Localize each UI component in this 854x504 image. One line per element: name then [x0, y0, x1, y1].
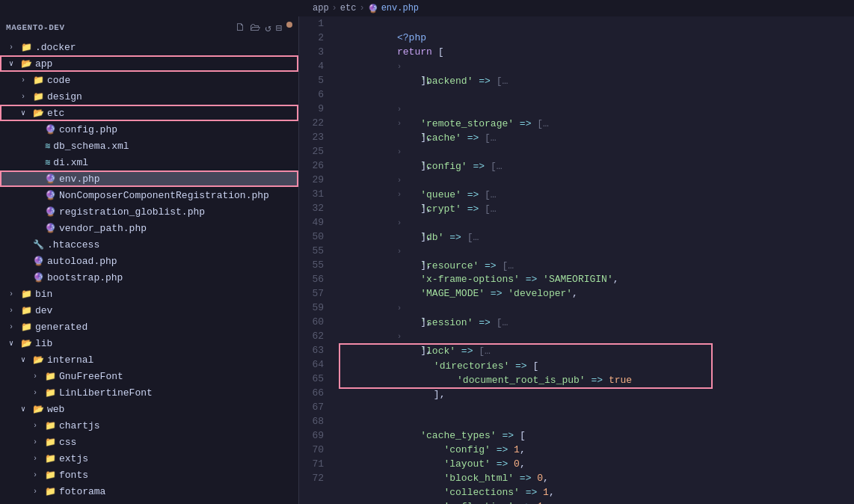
new-folder-icon[interactable]: 🗁 [250, 22, 260, 34]
tree-item-vendor-path[interactable]: 🔮 vendor_path.php [0, 220, 298, 236]
folder-icon-generated: 📁 [21, 322, 32, 333]
sidebar: MAGENTO-DEV 🗋 🗁 ↺ ⊟ › 📁 .docker ∨ 📂 [0, 16, 299, 504]
chevron-generated: › [9, 323, 21, 331]
tree-item-app[interactable]: ∨ 📂 app [0, 55, 298, 72]
label-vendor-path: vendor_path.php [59, 223, 147, 234]
code-line-72: 'db_ddl' => 1, [339, 500, 848, 504]
chevron-docker: › [9, 43, 21, 52]
tree-item-reg-glob[interactable]: 🔮 registration_globlist.php [0, 203, 298, 220]
new-file-icon[interactable]: 🗋 [235, 22, 245, 34]
label-fotorama: fotorama [59, 486, 105, 497]
label-web: web [47, 404, 64, 415]
label-di-xml: di.xml [53, 157, 88, 168]
tree-item-fonts[interactable]: › 📁 fonts [0, 467, 298, 483]
tree-item-i18n[interactable]: › 📁 i18n [0, 500, 298, 504]
chevron-design: › [21, 93, 33, 101]
label-dev: dev [35, 305, 52, 316]
tree-item-code[interactable]: › 📁 code [0, 72, 298, 88]
tree-item-docker[interactable]: › 📁 .docker [0, 39, 298, 55]
code-line-32: › 'db' => [… [339, 201, 848, 215]
label-internal: internal [47, 354, 93, 366]
sidebar-title: MAGENTO-DEV [6, 23, 65, 32]
tree-item-fotorama[interactable]: › 📁 fotorama [0, 483, 298, 500]
folder-icon-fonts: 📁 [45, 470, 56, 481]
folder-icon-chartjs: 📁 [45, 420, 56, 431]
label-bootstrap: bootstrap.php [47, 272, 123, 283]
folder-icon-fotorama: 📁 [45, 486, 56, 497]
breadcrumb-filename: env.php [381, 3, 419, 13]
tree-item-internal[interactable]: ∨ 📂 internal [0, 351, 298, 368]
tree-item-bootstrap[interactable]: 🔮 bootstrap.php [0, 269, 298, 286]
chevron-web: ∨ [21, 405, 33, 414]
php-icon-config: 🔮 [45, 124, 56, 135]
code-line-63: 'directories' => [ [340, 345, 711, 359]
tree-item-generated[interactable]: › 📁 generated [0, 319, 298, 335]
code-line-57: › 'session' => [… [339, 286, 848, 301]
tree-item-web[interactable]: ∨ 📂 web [0, 401, 298, 417]
chevron-fonts: › [33, 471, 45, 479]
tree-item-linlib[interactable]: › 📁 LinLibertineFont [0, 384, 298, 401]
sidebar-header: MAGENTO-DEV 🗋 🗁 ↺ ⊟ [0, 16, 298, 39]
tree-item-chartjs[interactable]: › 📁 chartjs [0, 417, 298, 434]
code-line-70: 'collections' => 1, [339, 471, 848, 485]
htaccess-icon: 🔧 [33, 239, 44, 251]
label-generated: generated [35, 322, 87, 333]
code-line-31: ], [339, 187, 848, 201]
label-etc: etc [47, 108, 64, 119]
code-line-9: › 'cache' => [… [339, 102, 848, 116]
breadcrumb: app › etc › 🔮 env.php [313, 3, 419, 13]
refresh-icon[interactable]: ↺ [265, 22, 271, 34]
file-tree: › 📁 .docker ∨ 📂 app › 📁 code › [0, 39, 298, 504]
tree-item-gnufree[interactable]: › 📁 GnuFreeFont [0, 368, 298, 384]
unsaved-dot [286, 22, 292, 28]
php-icon-reg-glob: 🔮 [45, 206, 56, 218]
tree-item-css[interactable]: › 📁 css [0, 434, 298, 450]
tree-item-etc[interactable]: ∨ 📂 etc [0, 105, 298, 121]
tree-item-htaccess[interactable]: 🔧 .htaccess [0, 236, 298, 253]
chevron-fotorama: › [33, 488, 45, 496]
collapse-icon[interactable]: ⊟ [276, 22, 282, 34]
chevron-extjs: › [33, 455, 45, 463]
tree-item-extjs[interactable]: › 📁 extjs [0, 450, 298, 467]
highlight-box-directories: 'directories' => [ 'document_root_is_pub… [339, 343, 713, 389]
code-line-62: ], [339, 329, 848, 343]
folder-icon-linlib: 📁 [45, 387, 56, 399]
breadcrumb-sep2: › [359, 3, 364, 13]
code-line-26: › 'queue' => [… [339, 159, 848, 173]
label-reg-glob: registration_globlist.php [59, 206, 205, 218]
chevron-code: › [21, 76, 33, 84]
label-app: app [35, 58, 52, 70]
editor: 1 2 3 4 5 6 9 22 23 25 26 29 31 32 49 50… [299, 16, 854, 504]
code-line-59: ], [339, 301, 848, 315]
code-area[interactable]: 1 2 3 4 5 6 9 22 23 25 26 29 31 32 49 50… [299, 16, 854, 504]
label-config-php: config.php [59, 124, 117, 135]
tree-item-db-schema[interactable]: ≋ db_schema.xml [0, 138, 298, 154]
tree-item-dev[interactable]: › 📁 dev [0, 302, 298, 319]
tree-item-lib[interactable]: ∨ 📂 lib [0, 335, 298, 351]
code-line-56: 'MAGE_MODE' => 'developer', [339, 272, 848, 286]
tree-item-di-xml[interactable]: ≋ di.xml [0, 154, 298, 170]
php-icon-noncr: 🔮 [45, 190, 56, 201]
tree-item-config-php[interactable]: 🔮 config.php [0, 121, 298, 138]
label-htaccess: .htaccess [47, 239, 99, 251]
line-numbers: 1 2 3 4 5 6 9 22 23 25 26 29 31 32 49 50… [299, 16, 333, 504]
folder-icon-gnufree: 📁 [45, 371, 56, 382]
php-icon-vendor-path: 🔮 [45, 223, 56, 234]
label-lib: lib [35, 338, 52, 349]
tree-item-env-php[interactable]: 🔮 env.php [0, 170, 298, 187]
code-line-5 [339, 73, 848, 87]
tree-item-noncr[interactable]: 🔮 NonComposerComponentRegistration.php [0, 187, 298, 203]
code-line-22: ], [339, 116, 848, 130]
code-line-64: 'document_root_is_pub' => true [340, 359, 711, 373]
tree-item-design[interactable]: › 📁 design [0, 88, 298, 105]
chevron-lib: ∨ [9, 339, 21, 348]
chevron-bin: › [9, 290, 21, 298]
folder-icon-docker: 📁 [21, 42, 32, 53]
code-line-55b: 'x-frame-options' => 'SAMEORIGIN', [339, 258, 848, 272]
main-area: MAGENTO-DEV 🗋 🗁 ↺ ⊟ › 📁 .docker ∨ 📂 [0, 16, 854, 504]
xml-icon-db-schema: ≋ [45, 141, 50, 152]
tree-item-bin[interactable]: › 📁 bin [0, 286, 298, 302]
tree-item-autoload[interactable]: 🔮 autoload.php [0, 253, 298, 269]
xml-icon-di: ≋ [45, 157, 50, 168]
label-linlib: LinLibertineFont [59, 387, 153, 399]
